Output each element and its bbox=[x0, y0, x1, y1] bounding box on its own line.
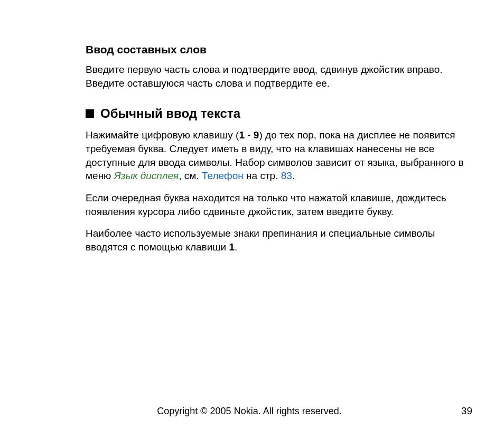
text-fragment: . bbox=[292, 170, 295, 181]
paragraph-key-range: Нажимайте цифровую клавишу (1 - 9) до те… bbox=[86, 128, 472, 183]
heading-compound-words: Ввод составных слов bbox=[86, 42, 472, 57]
text-fragment: Наиболее часто используемые знаки препин… bbox=[86, 228, 435, 253]
key-9: 9 bbox=[254, 129, 259, 141]
menu-name-display-language: Язык дисплея bbox=[114, 170, 179, 181]
key-1: 1 bbox=[239, 129, 245, 141]
text-fragment: Нажимайте цифровую клавишу ( bbox=[86, 129, 239, 141]
paragraph-punctuation: Наиболее часто используемые знаки препин… bbox=[86, 227, 472, 254]
page-number: 39 bbox=[461, 405, 472, 417]
page-footer: Copyright © 2005 Nokia. All rights reser… bbox=[0, 406, 504, 417]
copyright-text: Copyright © 2005 Nokia. All rights reser… bbox=[86, 406, 413, 417]
paragraph-compound-words: Введите первую часть слова и подтвердите… bbox=[86, 63, 472, 90]
text-fragment: . bbox=[235, 241, 237, 253]
text-fragment: , см. bbox=[179, 170, 202, 181]
link-page-83[interactable]: 83 bbox=[281, 170, 292, 181]
text-fragment: на стр. bbox=[244, 170, 281, 181]
text-fragment: - bbox=[245, 129, 254, 141]
paragraph-same-key: Если очередная буква находится на только… bbox=[86, 191, 472, 218]
key-1-punct: 1 bbox=[229, 241, 235, 253]
section-title-row: Обычный ввод текста bbox=[86, 106, 472, 122]
heading-standard-input: Обычный ввод текста bbox=[100, 106, 240, 122]
document-page: Ввод составных слов Введите первую часть… bbox=[0, 0, 504, 438]
square-bullet-icon bbox=[86, 109, 94, 118]
link-telephone[interactable]: Телефон bbox=[202, 170, 244, 181]
